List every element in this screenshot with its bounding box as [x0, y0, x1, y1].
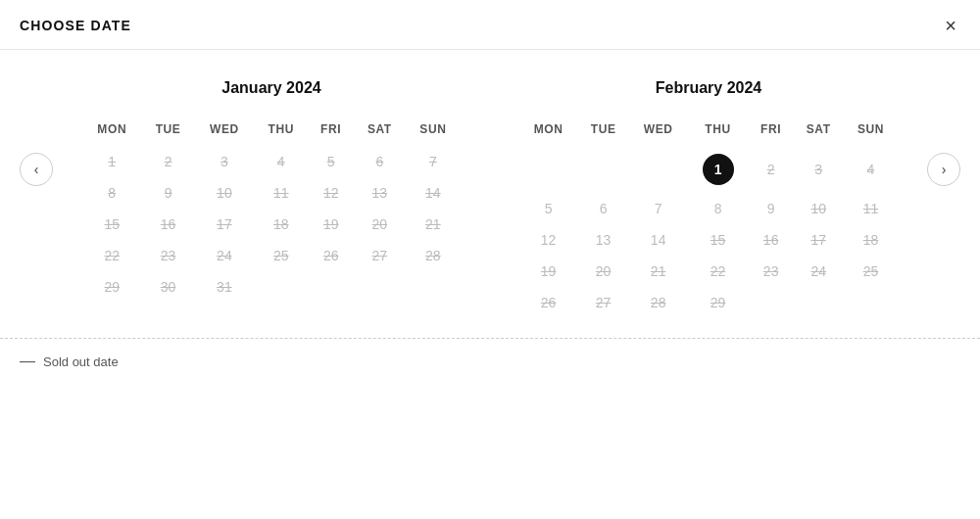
table-row: 4: [844, 146, 898, 193]
table-row: 10: [195, 177, 255, 209]
february-calendar: February 2024 MONTUEWEDTHUFRISATSUN 1234…: [490, 79, 927, 318]
calendar-section: ‹ January 2024 MONTUEWEDTHUFRISATSUN 123…: [0, 50, 980, 338]
table-row: 9: [142, 177, 195, 209]
table-row: 3: [793, 146, 844, 193]
table-row[interactable]: 1: [687, 146, 749, 193]
table-row[interactable]: 9: [749, 193, 794, 224]
table-row: [354, 271, 406, 303]
table-row: 6: [354, 146, 406, 177]
january-grid: MONTUEWEDTHUFRISATSUN 123456789101112131…: [82, 117, 461, 303]
table-row: 7: [406, 146, 461, 177]
table-row: 21: [629, 256, 687, 287]
table-row: [406, 271, 461, 303]
table-row: 2: [142, 146, 195, 177]
table-row[interactable]: 5: [519, 193, 577, 224]
table-row: [254, 271, 308, 303]
table-row: 16: [749, 224, 794, 256]
table-row: 25: [844, 256, 898, 287]
table-row[interactable]: 14: [629, 224, 687, 256]
modal-header: CHOOSE DATE ×: [0, 0, 980, 50]
weekday-header: FRI: [749, 117, 794, 146]
table-row: [793, 287, 844, 318]
table-row: [844, 287, 898, 318]
table-row: 24: [195, 240, 255, 271]
table-row: 31: [195, 271, 255, 303]
table-row: 18: [844, 224, 898, 256]
table-row: 22: [687, 256, 749, 287]
table-row: 15: [82, 209, 142, 240]
weekday-header: TUE: [577, 117, 629, 146]
weekday-header: THU: [687, 117, 749, 146]
table-row: 13: [354, 177, 406, 209]
table-row: 8: [82, 177, 142, 209]
weekday-header: MON: [519, 117, 577, 146]
weekday-header: FRI: [308, 117, 354, 146]
february-grid: MONTUEWEDTHUFRISATSUN 123456789101112131…: [519, 117, 898, 318]
table-row: 1: [82, 146, 142, 177]
chevron-left-icon: ‹: [34, 162, 39, 177]
january-title: January 2024: [82, 79, 461, 97]
weekday-header: SAT: [793, 117, 844, 146]
table-row[interactable]: 8: [687, 193, 749, 224]
table-row: 3: [195, 146, 255, 177]
weekday-header: THU: [254, 117, 308, 146]
table-row: 12: [308, 177, 354, 209]
table-row: 5: [308, 146, 354, 177]
table-row: 27: [577, 287, 629, 318]
table-row[interactable]: 6: [577, 193, 629, 224]
january-calendar: January 2024 MONTUEWEDTHUFRISATSUN 12345…: [53, 79, 490, 318]
table-row: 11: [254, 177, 308, 209]
date-picker-modal: CHOOSE DATE × ‹ January 2024 MONTUEWEDTH…: [0, 0, 980, 519]
table-row: 29: [82, 271, 142, 303]
table-row: 18: [254, 209, 308, 240]
sold-out-label: Sold out date: [43, 354, 119, 369]
weekday-header: WED: [629, 117, 687, 146]
table-row: 2: [749, 146, 794, 193]
february-title: February 2024: [519, 79, 898, 97]
table-row[interactable]: 13: [577, 224, 629, 256]
weekday-header: SUN: [406, 117, 461, 146]
table-row: 28: [629, 287, 687, 318]
weekday-header: WED: [195, 117, 255, 146]
next-month-button[interactable]: ›: [927, 153, 960, 186]
weekday-header: MON: [82, 117, 142, 146]
weekday-header: SAT: [354, 117, 406, 146]
table-row: [629, 146, 687, 193]
table-row: [519, 146, 577, 193]
table-row: 24: [793, 256, 844, 287]
table-row: 29: [687, 287, 749, 318]
table-row: 19: [519, 256, 577, 287]
table-row: 22: [82, 240, 142, 271]
table-row: [308, 271, 354, 303]
table-row: 23: [142, 240, 195, 271]
table-row: 14: [406, 177, 461, 209]
table-row: 25: [254, 240, 308, 271]
table-row: 19: [308, 209, 354, 240]
prev-month-button[interactable]: ‹: [20, 153, 53, 186]
table-row: 10: [793, 193, 844, 224]
weekday-header: SUN: [844, 117, 898, 146]
table-row[interactable]: 12: [519, 224, 577, 256]
weekday-header: TUE: [142, 117, 195, 146]
legend-section: — Sold out date: [0, 338, 980, 384]
close-button[interactable]: ×: [941, 14, 960, 37]
table-row: 20: [577, 256, 629, 287]
table-row: 30: [142, 271, 195, 303]
table-row: 28: [406, 240, 461, 271]
table-row: 23: [749, 256, 794, 287]
table-row: 27: [354, 240, 406, 271]
table-row: 21: [406, 209, 461, 240]
table-row: [749, 287, 794, 318]
modal-title: CHOOSE DATE: [20, 18, 131, 33]
table-row: 16: [142, 209, 195, 240]
legend-dash-icon: —: [20, 353, 35, 370]
table-row: 17: [195, 209, 255, 240]
table-row[interactable]: 7: [629, 193, 687, 224]
today-date: 1: [703, 154, 734, 185]
chevron-right-icon: ›: [942, 162, 947, 177]
table-row: 20: [354, 209, 406, 240]
table-row: 4: [254, 146, 308, 177]
table-row: 26: [308, 240, 354, 271]
calendars-wrapper: January 2024 MONTUEWEDTHUFRISATSUN 12345…: [53, 79, 927, 318]
table-row: 15: [687, 224, 749, 256]
